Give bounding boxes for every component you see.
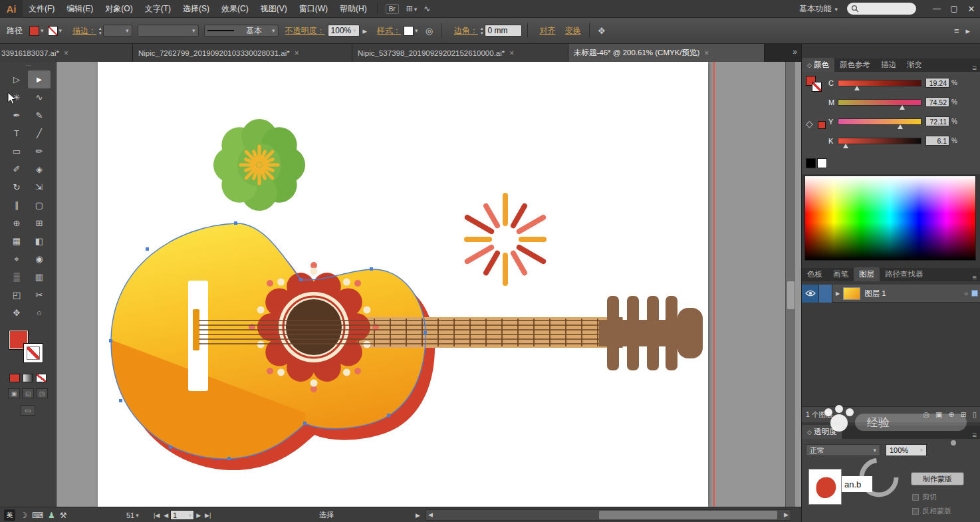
layer-row[interactable]: ▶ 图层 1 ○ (802, 285, 980, 303)
channel-slider-m[interactable] (838, 99, 921, 106)
doc-tab-2[interactable]: Nipic_7262799_20190920103330028031.ai* × (133, 44, 352, 62)
tab-pathfinder[interactable]: 路径查找器 (880, 267, 929, 281)
doc-tab-3[interactable]: Nipic_537398_20190929202152610000.ai* × (352, 44, 568, 62)
type-tool[interactable]: T (5, 124, 28, 142)
tab-stroke[interactable]: 描边 (876, 58, 902, 72)
gradient-tool[interactable]: ◧ (28, 232, 51, 250)
zoom-control[interactable]: 51 ▾ (126, 507, 139, 522)
menu-file[interactable]: 文件(F) (23, 0, 61, 18)
shape-builder-tool[interactable]: ⊕ (5, 214, 28, 232)
vertical-scrollbar[interactable] (785, 62, 795, 507)
transform-link[interactable]: 变换 (565, 25, 581, 37)
tab-close-icon[interactable]: × (295, 49, 299, 58)
stroke-color-indicator[interactable] (23, 343, 43, 363)
slice-tool[interactable]: ✂ (28, 286, 51, 304)
status-flyout-icon[interactable]: ▶ (414, 507, 422, 522)
channel-slider-c[interactable] (838, 80, 921, 86)
minimize-button[interactable]: — (928, 4, 945, 13)
panel-stroke-indicator[interactable] (812, 82, 822, 92)
lasso-tool[interactable]: ∿ (28, 88, 51, 106)
ime-keyboard-icon[interactable]: ⌨ (32, 511, 43, 520)
horizontal-scrollbar[interactable]: ◀ ▶ (426, 509, 791, 521)
perspective-grid-tool[interactable]: ⊞ (28, 214, 51, 232)
scroll-left-icon[interactable]: ◀ (428, 511, 433, 518)
tab-layers[interactable]: 图层 (854, 267, 880, 281)
graph-tool[interactable]: ▥ (28, 268, 51, 286)
black-swatch[interactable] (806, 158, 816, 168)
channel-slider-k[interactable] (838, 138, 921, 144)
object-thumbnail[interactable] (808, 469, 842, 505)
artboard[interactable] (98, 62, 708, 507)
vertical-scroll-thumb[interactable] (787, 281, 795, 309)
ime-moon-icon[interactable]: ☽ (20, 511, 27, 520)
align-link[interactable]: 对齐 (540, 25, 556, 37)
panel-menu-icon[interactable]: ≡ (969, 64, 980, 72)
blend-tool[interactable]: ◉ (28, 250, 51, 268)
nav-prev-icon[interactable]: ◀ (164, 512, 168, 519)
scale-tool[interactable]: ⇲ (28, 178, 51, 196)
color-spectrum[interactable] (804, 176, 976, 261)
curvature-tool[interactable]: ✎ (28, 106, 51, 124)
corner-link[interactable]: 边角： (454, 25, 478, 37)
panel-menu-icon[interactable]: ≡ (969, 431, 980, 439)
tab-close-icon[interactable]: × (64, 49, 68, 58)
new-sublayer-icon[interactable]: ⊕ (949, 410, 955, 419)
channel-value-k[interactable]: 6.1 (925, 136, 949, 146)
variable-width-dropdown[interactable]: ▾ (138, 25, 199, 37)
canvas-area[interactable] (57, 62, 801, 507)
paintbrush-tool[interactable]: ✏ (28, 142, 51, 160)
ime-tools-icon[interactable]: ⚒ (60, 511, 67, 520)
color-mode-button[interactable] (9, 374, 20, 382)
tab-transparency[interactable]: ◇透明度 (802, 425, 842, 439)
stroke-panel-link[interactable]: 描边： (72, 25, 96, 37)
make-clip-mask-icon[interactable]: ▣ (935, 410, 942, 419)
free-transform-tool[interactable]: ▢ (28, 196, 51, 214)
channel-value-y[interactable]: 72.11 (925, 116, 949, 126)
menu-type[interactable]: 文字(T) (139, 0, 177, 18)
channel-value-c[interactable]: 19.24 (925, 78, 949, 88)
panel-grip[interactable]: ⋯ (0, 62, 56, 70)
pen-tool[interactable]: ✒ (5, 106, 28, 124)
lock-toggle-cell[interactable] (819, 285, 832, 303)
tab-color[interactable]: ◇颜色 (802, 58, 834, 72)
corner-stepper[interactable]: ▴▾ (481, 26, 483, 35)
direct-selection-tool[interactable]: ▷ (5, 70, 28, 88)
draw-inside-button[interactable]: ◳ (36, 388, 48, 398)
transform-icon[interactable]: ✥ (598, 26, 606, 36)
control-bar-menu-icon[interactable]: ≡ (954, 26, 959, 36)
rotate-tool[interactable]: ↻ (5, 178, 28, 196)
white-swatch[interactable] (817, 158, 827, 168)
tab-color-guide[interactable]: 颜色参考 (834, 58, 876, 72)
zoom-tool[interactable]: ○ (28, 304, 51, 322)
tab-overflow-icon[interactable]: » (793, 47, 797, 57)
stroke-weight-stepper[interactable]: ▴▾ (99, 26, 102, 35)
draw-normal-button[interactable]: ▣ (8, 388, 20, 398)
invert-mask-checkbox[interactable] (912, 508, 919, 515)
style-dropdown[interactable]: ▾ (404, 26, 418, 36)
menu-help[interactable]: 帮助(H) (334, 0, 373, 18)
width-tool[interactable]: ∥ (5, 196, 28, 214)
none-mode-button[interactable] (36, 374, 47, 382)
recolor-artwork-icon[interactable]: ◎ (426, 26, 433, 36)
opacity-flyout-icon[interactable]: ▸ (363, 26, 368, 36)
make-mask-button[interactable]: 制作蒙版 (911, 472, 964, 485)
eyedropper-tool[interactable]: ⌖ (5, 250, 28, 268)
nav-first-icon[interactable]: |◀ (154, 512, 160, 519)
ime-language-badge[interactable]: 英 (4, 509, 15, 521)
doc-tab-4-active[interactable]: 未标题-46* @ 200.61% (CMYK/预览) × (568, 44, 765, 62)
layer-name[interactable]: 图层 1 (864, 289, 886, 299)
clip-checkbox[interactable] (912, 494, 919, 501)
arrange-documents-icon[interactable]: ⊞▾ (406, 4, 418, 13)
bridge-button[interactable]: Br (386, 4, 399, 14)
gamut-swatch[interactable] (818, 121, 826, 129)
pencil-tool[interactable]: ✐ (5, 160, 28, 178)
target-circle-icon[interactable]: ○ (964, 290, 968, 297)
menu-window[interactable]: 窗口(W) (293, 0, 334, 18)
stroke-weight-field[interactable]: ▾ (103, 25, 132, 37)
locate-object-icon[interactable]: ◎ (923, 410, 929, 419)
selection-tool[interactable]: ► (28, 70, 51, 88)
style-link[interactable]: 样式： (377, 25, 401, 37)
opacity-dropdown[interactable]: 100%▾ (886, 444, 927, 456)
rectangle-tool[interactable]: ▭ (5, 142, 28, 160)
tab-close-icon[interactable]: × (509, 49, 514, 58)
